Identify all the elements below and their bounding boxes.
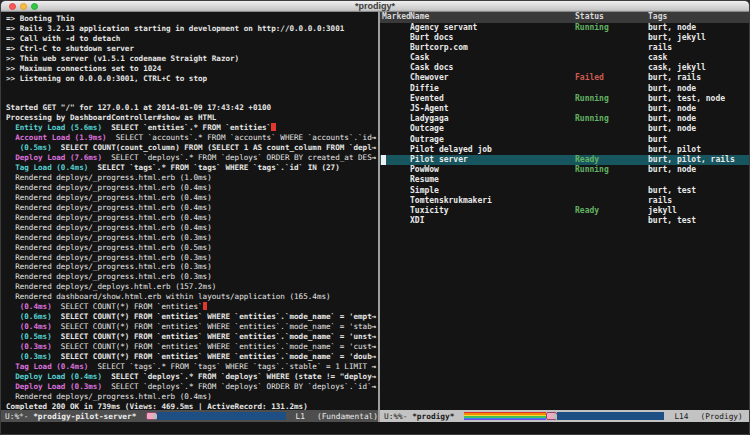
service-status: Running <box>575 165 648 175</box>
nyan-rainbow <box>464 412 546 420</box>
service-row[interactable]: Simpleburt, test <box>380 186 749 196</box>
service-row[interactable]: Burt docsburt, jekyll <box>380 33 749 43</box>
log-text: SELECT `entities`.* FROM `entities` <box>102 123 271 132</box>
log-text: Deploy Load (7.6ms) <box>6 153 102 162</box>
modeline-major-mode[interactable]: (Prodigy) <box>701 412 743 421</box>
log-text: (0.5ms) <box>6 143 52 152</box>
modeline-major-mode[interactable]: (Fundamental) <box>317 412 378 421</box>
log-text: Rendered deploys/_progress.html.erb (0.4… <box>6 213 212 222</box>
log-text: Rendered deploys/_progress.html.erb (0.4… <box>6 183 212 192</box>
service-row[interactable]: Agency servantRunningburt, node <box>380 23 749 33</box>
service-name: Chewover <box>410 73 575 83</box>
service-row[interactable]: JS-Agentburt, node <box>380 104 749 114</box>
service-status: Running <box>575 114 648 124</box>
service-name: Diffie <box>410 84 575 94</box>
service-tags: burt, rails <box>648 73 749 83</box>
log-text: >> Thin web server (v1.5.1 codename Stra… <box>6 54 239 63</box>
truncation-arrow-icon: → <box>371 133 376 143</box>
log-line: Rendered deploys/_progress.html.erb (0.4… <box>6 392 378 402</box>
service-tags: burt, test <box>648 216 749 226</box>
service-row[interactable]: Pilot delayed jobburt, pilot <box>380 145 749 155</box>
log-text: SELECT `deploys`.* FROM `deploys` ORDER … <box>102 153 372 162</box>
log-line: Completed 200 OK in 739ms (Views: 469.5m… <box>6 402 378 410</box>
services-header-row: Marked Name Status Tags <box>380 12 749 23</box>
service-row[interactable]: Cask docscask, jekyll <box>380 63 749 73</box>
truncation-arrow-icon: → <box>371 143 376 153</box>
log-line: (0.5ms) SELECT COUNT(*) FROM `entities` … <box>6 332 378 342</box>
log-text: SELECT COUNT(*) FROM `entities` WHERE `e… <box>52 342 372 351</box>
service-row[interactable]: EventedRunningburt, test, node <box>380 94 749 104</box>
modeline-line-number: L14 <box>674 412 688 421</box>
log-text: SELECT COUNT(*) FROM `entities` <box>52 302 203 311</box>
service-status <box>575 196 648 206</box>
log-text: Deploy Load (0.3ms) <box>6 382 102 391</box>
service-row[interactable]: XDIburt, test <box>380 216 749 226</box>
truncation-arrow-icon: → <box>371 352 376 362</box>
log-text: Completed 200 OK in 739ms (Views: 469.5m… <box>6 402 308 410</box>
log-line: Rendered deploys/_progress.html.erb (0.3… <box>6 272 378 282</box>
log-line: >> Listening on 0.0.0.0:3001, CTRL+C to … <box>6 74 378 84</box>
log-line <box>6 84 378 94</box>
service-name: Tomtenskrukmakeri <box>410 196 575 206</box>
service-tags: burt, node <box>648 23 749 33</box>
log-line: Rendered dashboard/show.html.erb within … <box>6 292 378 302</box>
service-name: Cask docs <box>410 63 575 73</box>
service-row[interactable]: Outrageburt <box>380 135 749 145</box>
service-row[interactable]: LadygagaRunningburt, node <box>380 114 749 124</box>
service-tags: burt <box>648 135 749 145</box>
log-text: SELECT COUNT(*) FROM `entities` WHERE `e… <box>52 332 372 341</box>
echo-area[interactable] <box>1 422 749 435</box>
log-text: (0.4ms) <box>6 302 52 311</box>
service-row[interactable]: Caskcask <box>380 53 749 63</box>
service-status: Ready <box>575 155 648 165</box>
service-row[interactable]: Pilot serverReadyburt, pilot, rails <box>380 155 749 165</box>
service-row[interactable]: Tomtenskrukmakerirails <box>380 196 749 206</box>
service-row[interactable]: ChewoverFailedburt, rails <box>380 73 749 83</box>
service-status <box>575 53 648 63</box>
service-status <box>575 135 648 145</box>
service-status: Running <box>575 23 648 33</box>
service-status: Ready <box>575 206 648 216</box>
service-name: XDI <box>410 216 575 226</box>
log-line: Processing by DashboardController#show a… <box>6 113 378 123</box>
service-tags: cask <box>648 53 749 63</box>
log-text: (0.4ms) <box>6 322 52 331</box>
log-text: Started GET "/" for 127.0.0.1 at 2014-01… <box>6 103 271 112</box>
service-status <box>575 186 648 196</box>
rails-log-buffer[interactable]: => Booting Thin=> Rails 3.2.13 applicati… <box>1 12 378 410</box>
service-row[interactable]: Resume <box>380 175 749 185</box>
modeline-flags: U:%*- <box>5 412 33 421</box>
left-window: => Booting Thin=> Rails 3.2.13 applicati… <box>1 12 378 422</box>
log-text: => Booting Thin <box>6 14 75 23</box>
service-tags: rails <box>648 196 749 206</box>
service-row[interactable]: Outcageburt, node <box>380 124 749 134</box>
service-row[interactable]: Burtcorp.comrails <box>380 43 749 53</box>
service-row[interactable]: PowWowRunningburt, node <box>380 165 749 175</box>
service-row[interactable]: TuxicityReadyjekyll <box>380 206 749 216</box>
log-text: => Rails 3.2.13 application starting in … <box>6 24 344 33</box>
log-line: => Rails 3.2.13 application starting in … <box>6 24 378 34</box>
prodigy-buffer[interactable]: Marked Name Status Tags Agency servantRu… <box>380 12 749 410</box>
service-tags: jekyll <box>648 206 749 216</box>
service-status <box>575 84 648 94</box>
log-line: Rendered deploys/_progress.html.erb (0.4… <box>6 193 378 203</box>
log-text: SELECT COUNT(count_column) FROM (SELECT … <box>52 143 372 152</box>
service-name: Evented <box>410 94 575 104</box>
log-line: Rendered deploys/_progress.html.erb (0.4… <box>6 223 378 233</box>
modeline-buffer-name[interactable]: *prodigy-pilot-server* <box>33 412 136 421</box>
truncation-arrow-icon: → <box>371 372 376 382</box>
trailing-whitespace-marker <box>271 123 276 131</box>
nyan-cat-icon <box>146 412 157 420</box>
service-tags <box>648 175 749 185</box>
service-status <box>575 33 648 43</box>
service-status <box>575 104 648 114</box>
service-row[interactable]: Diffieburt, node <box>380 84 749 94</box>
nyan-cat-icon <box>546 412 557 420</box>
log-text: SELECT `tags`.* FROM `tags` WHERE `tags`… <box>88 362 371 371</box>
log-line: (0.6ms) SELECT COUNT(*) FROM `entities` … <box>6 312 378 322</box>
truncation-arrow-icon: → <box>371 342 376 352</box>
nyan-mode-bar <box>464 412 664 420</box>
service-name: Resume <box>410 175 575 185</box>
modeline-buffer-name[interactable]: *prodigy* <box>412 412 454 421</box>
log-line: Rendered deploys/_progress.html.erb (0.5… <box>6 243 378 253</box>
